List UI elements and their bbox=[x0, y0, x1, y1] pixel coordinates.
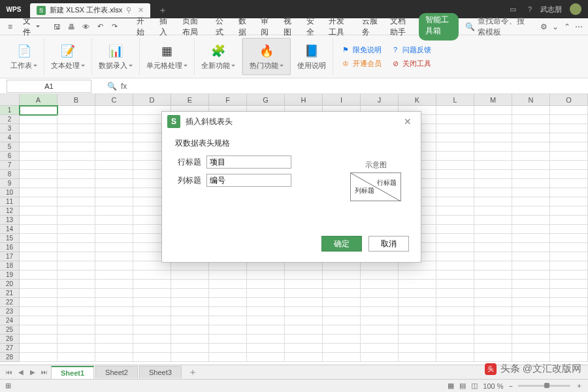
row-header[interactable]: 15 bbox=[0, 234, 20, 243]
help-icon[interactable]: ? bbox=[523, 3, 536, 16]
cell[interactable] bbox=[436, 289, 474, 298]
row-header[interactable]: 28 bbox=[0, 353, 20, 362]
cell[interactable] bbox=[323, 325, 361, 335]
ribbon-cell[interactable]: ▦单元格处理 bbox=[140, 38, 195, 75]
cell[interactable] bbox=[550, 106, 588, 115]
cell[interactable] bbox=[474, 106, 512, 115]
row-header[interactable]: 6 bbox=[0, 152, 20, 161]
cell[interactable] bbox=[436, 124, 474, 133]
tab-data[interactable]: 数据 bbox=[233, 13, 255, 41]
cell[interactable] bbox=[247, 280, 285, 289]
cell[interactable] bbox=[550, 252, 588, 261]
cell[interactable] bbox=[436, 316, 474, 325]
cell[interactable] bbox=[512, 234, 550, 243]
sheet-last-icon[interactable]: ⏭ bbox=[39, 367, 50, 378]
cell[interactable] bbox=[95, 270, 133, 280]
cell[interactable] bbox=[550, 335, 588, 344]
zoom-out-button[interactable]: − bbox=[509, 382, 513, 390]
tab-smart-toolbox[interactable]: 智能工具箱 bbox=[419, 13, 459, 41]
cell[interactable] bbox=[512, 307, 550, 316]
cell[interactable] bbox=[361, 353, 399, 362]
cell[interactable] bbox=[436, 298, 474, 307]
cell[interactable] bbox=[474, 243, 512, 252]
cell[interactable] bbox=[436, 115, 474, 124]
cell[interactable] bbox=[95, 142, 133, 152]
cell[interactable] bbox=[209, 344, 247, 353]
row-header[interactable]: 4 bbox=[0, 133, 20, 142]
cell[interactable] bbox=[171, 316, 209, 325]
cell[interactable] bbox=[20, 316, 57, 325]
cell[interactable] bbox=[20, 188, 57, 197]
cell[interactable] bbox=[399, 270, 436, 280]
tab-dev[interactable]: 开发工具 bbox=[323, 13, 355, 41]
cell[interactable] bbox=[95, 307, 133, 316]
row-header[interactable]: 23 bbox=[0, 307, 20, 316]
row-header[interactable]: 19 bbox=[0, 270, 20, 280]
cell[interactable] bbox=[209, 316, 247, 325]
cell[interactable] bbox=[57, 234, 95, 243]
cell[interactable] bbox=[57, 161, 95, 170]
cell[interactable] bbox=[20, 133, 57, 142]
cell[interactable] bbox=[512, 188, 550, 197]
more-icon[interactable]: ⋯ bbox=[574, 20, 584, 33]
cell[interactable] bbox=[95, 225, 133, 234]
cell[interactable] bbox=[247, 261, 285, 270]
cell[interactable] bbox=[57, 142, 95, 152]
col-header[interactable]: L bbox=[436, 94, 474, 106]
view-normal-icon[interactable]: ▦ bbox=[448, 382, 454, 390]
cell[interactable] bbox=[247, 344, 285, 353]
cell[interactable] bbox=[209, 335, 247, 344]
cell[interactable] bbox=[474, 261, 512, 270]
cell[interactable] bbox=[57, 216, 95, 225]
cell[interactable] bbox=[247, 307, 285, 316]
ribbon-hot-features[interactable]: 🔥热门功能 bbox=[242, 38, 291, 75]
tab-formula[interactable]: 公式 bbox=[210, 13, 232, 41]
cell[interactable] bbox=[512, 133, 550, 142]
cell[interactable] bbox=[285, 289, 323, 298]
cell[interactable] bbox=[550, 152, 588, 161]
cell[interactable] bbox=[512, 124, 550, 133]
dialog-close-button[interactable]: ✕ bbox=[400, 115, 416, 128]
cell[interactable] bbox=[171, 270, 209, 280]
cell[interactable] bbox=[95, 170, 133, 179]
cell[interactable] bbox=[20, 289, 57, 298]
cell[interactable] bbox=[436, 344, 474, 353]
preview-icon[interactable]: 👁 bbox=[80, 22, 91, 32]
ribbon-text[interactable]: 📝文本处理 bbox=[44, 38, 92, 75]
col-header[interactable]: B bbox=[57, 94, 95, 106]
cell[interactable] bbox=[20, 298, 57, 307]
cell[interactable] bbox=[171, 325, 209, 335]
cell[interactable] bbox=[550, 344, 588, 353]
cell[interactable] bbox=[247, 335, 285, 344]
cell[interactable] bbox=[474, 252, 512, 261]
cell[interactable] bbox=[550, 234, 588, 243]
cell[interactable] bbox=[57, 179, 95, 188]
cell[interactable] bbox=[474, 216, 512, 225]
cell[interactable] bbox=[95, 243, 133, 252]
cell[interactable] bbox=[20, 307, 57, 316]
tab-layout[interactable]: 页面布局 bbox=[177, 13, 209, 41]
cell[interactable] bbox=[95, 298, 133, 307]
cell[interactable] bbox=[171, 353, 209, 362]
cell[interactable] bbox=[550, 325, 588, 335]
col-header[interactable]: F bbox=[209, 94, 247, 106]
cell[interactable] bbox=[436, 197, 474, 206]
col-header[interactable]: C bbox=[95, 94, 133, 106]
cell[interactable] bbox=[474, 170, 512, 179]
cell[interactable] bbox=[512, 170, 550, 179]
file-menu[interactable]: 文件 bbox=[18, 16, 45, 38]
cell[interactable] bbox=[285, 298, 323, 307]
cell[interactable] bbox=[57, 124, 95, 133]
cell[interactable] bbox=[474, 142, 512, 152]
cell[interactable] bbox=[20, 161, 57, 170]
cell[interactable] bbox=[361, 289, 399, 298]
cell[interactable] bbox=[550, 289, 588, 298]
cell[interactable] bbox=[436, 206, 474, 216]
cell[interactable] bbox=[323, 298, 361, 307]
col-title-input[interactable] bbox=[206, 174, 291, 187]
formula-input[interactable] bbox=[127, 80, 588, 93]
cell[interactable] bbox=[95, 234, 133, 243]
cell[interactable] bbox=[57, 152, 95, 161]
cell[interactable] bbox=[550, 216, 588, 225]
col-header[interactable]: E bbox=[171, 94, 209, 106]
